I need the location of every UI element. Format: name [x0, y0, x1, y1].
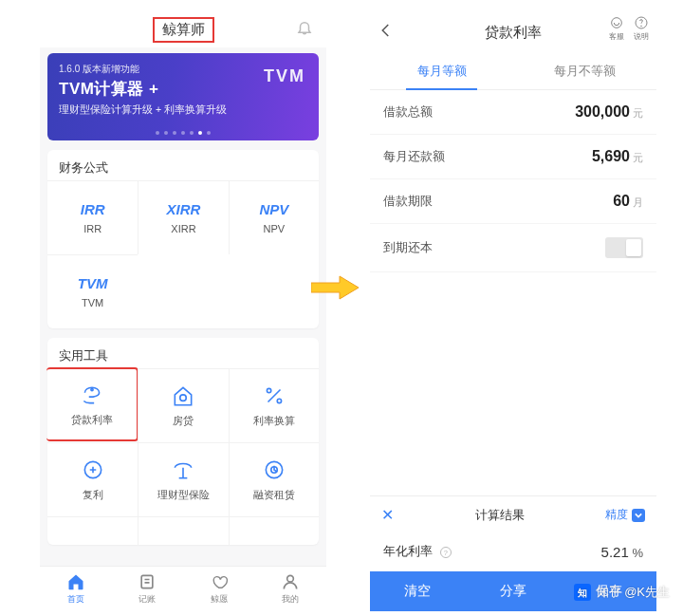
back-icon[interactable]	[378, 22, 395, 43]
irr-icon: IRR	[81, 201, 105, 217]
lease-icon	[262, 457, 286, 482]
banner-dots	[156, 131, 211, 135]
ledger-icon	[138, 572, 157, 591]
precision-button[interactable]: 精度	[605, 507, 645, 523]
help-icon	[634, 15, 649, 30]
banner[interactable]: 1.6.0 版本新增功能 TVM计算器 + 理财型保险计算升级 + 利率换算升级…	[47, 53, 319, 140]
tool-mortgage[interactable]: 房贷	[138, 368, 228, 442]
topbar: 鲸算师	[40, 11, 326, 47]
row-balloon: 到期还本	[370, 224, 656, 272]
row-principal[interactable]: 借款总额 300,000元	[370, 90, 656, 135]
mortgage-icon	[171, 383, 195, 408]
compound-icon	[81, 457, 105, 482]
banner-desc: 理财型保险计算升级 + 利率换算升级	[59, 103, 307, 117]
result-header: 计算结果	[475, 507, 525, 524]
zhihu-icon: 知	[574, 584, 591, 601]
tool-more-1[interactable]	[47, 516, 138, 545]
npv-icon: NPV	[259, 201, 288, 217]
svg-point-1	[180, 395, 187, 401]
me-icon	[281, 572, 300, 591]
tool-insurance[interactable]: 理财型保险	[138, 442, 228, 516]
finance-xirr[interactable]: XIRR XIRR	[138, 180, 228, 254]
svg-text:知: 知	[576, 588, 586, 598]
svg-point-0	[91, 388, 93, 390]
close-result-icon[interactable]: ✕	[381, 506, 394, 524]
left-phone: 鲸算师 1.6.0 版本新增功能 TVM计算器 + 理财型保险计算升级 + 利率…	[40, 11, 326, 611]
finance-npv[interactable]: NPV NPV	[229, 180, 319, 254]
clear-button[interactable]: 清空	[370, 571, 466, 611]
support-button[interactable]: 客服	[609, 15, 624, 42]
rate-convert-icon	[262, 383, 286, 408]
detail-title: 贷款利率	[485, 24, 542, 42]
svg-point-10	[612, 18, 622, 28]
tool-loan-rate[interactable]: 贷款利率	[46, 367, 138, 441]
tools-header: 实用工具	[47, 338, 319, 368]
share-button[interactable]: 分享	[466, 571, 562, 611]
app-title: 鲸算师	[153, 17, 214, 43]
segment-control: 每月等额 每月不等额	[370, 53, 656, 90]
wish-icon	[210, 572, 229, 591]
balloon-toggle[interactable]	[605, 237, 643, 258]
finance-tvm[interactable]: TVM TVM	[47, 254, 138, 328]
banner-badge: TVM	[264, 66, 305, 86]
right-phone: 贷款利率 客服 说明 每月等额 每月不等额 借款总额 300,000元	[370, 11, 656, 611]
tool-lease[interactable]: 融资租赁	[229, 442, 319, 516]
tabbar: 首页 记账 鲸愿 我的	[40, 566, 326, 611]
xirr-icon: XIRR	[167, 201, 201, 217]
arrow-icon	[311, 273, 359, 302]
finance-header: 财务公式	[47, 150, 319, 180]
watermark: 知 知乎 @K先生	[574, 584, 670, 601]
row-apr: 年化利率 ? 5.21 %	[370, 533, 656, 571]
svg-point-8	[287, 575, 294, 582]
tools-card: 实用工具 贷款利率 房贷 利率换算 复利	[47, 338, 319, 545]
row-monthly[interactable]: 每月还款额 5,690元	[370, 135, 656, 179]
row-term[interactable]: 借款期限 60月	[370, 179, 656, 224]
svg-point-2	[267, 388, 270, 392]
svg-point-12	[641, 26, 642, 27]
help-button[interactable]: 说明	[634, 15, 649, 42]
detail-topbar: 贷款利率 客服 说明	[370, 11, 656, 53]
finance-irr[interactable]: IRR IRR	[47, 180, 138, 254]
tool-more-2[interactable]	[138, 516, 228, 545]
tool-rate-convert[interactable]: 利率换算	[229, 368, 319, 442]
svg-point-3	[277, 399, 281, 402]
svg-marker-9	[311, 276, 359, 299]
seg-equal[interactable]: 每月等额	[370, 53, 513, 89]
loan-rate-icon	[80, 383, 104, 407]
tool-more-3[interactable]	[229, 516, 319, 545]
home-icon	[66, 572, 85, 591]
chevron-down-icon	[632, 509, 645, 522]
tab-me[interactable]: 我的	[255, 567, 327, 611]
seg-unequal[interactable]: 每月不等额	[513, 53, 656, 89]
tab-ledger[interactable]: 记账	[112, 567, 184, 611]
support-icon	[609, 15, 624, 30]
tool-compound[interactable]: 复利	[47, 442, 138, 516]
bell-icon[interactable]	[296, 19, 313, 36]
question-icon[interactable]: ?	[440, 547, 452, 558]
insurance-icon	[171, 457, 195, 482]
tvm-icon: TVM	[78, 275, 108, 291]
finance-card: 财务公式 IRR IRR XIRR XIRR NPV NPV TVM TVM	[47, 150, 319, 328]
tab-wish[interactable]: 鲸愿	[183, 567, 255, 611]
tab-home[interactable]: 首页	[40, 567, 112, 611]
